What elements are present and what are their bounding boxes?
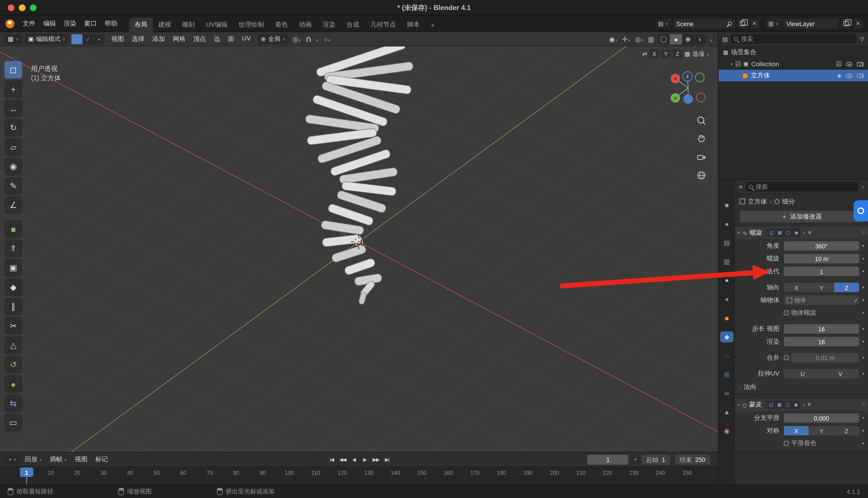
measure-tool[interactable]: ∠	[4, 197, 22, 214]
viewlayer-tab[interactable]: ▥	[720, 256, 734, 267]
filter-toggle-icon[interactable]: ≡	[739, 184, 742, 189]
options-dropdown[interactable]: 选项 ∨	[692, 50, 709, 58]
outliner-search-input[interactable]: 搜索	[731, 35, 856, 44]
world-tab[interactable]: ●	[720, 294, 734, 305]
outliner-row-cube[interactable]: › 立方体 ◆	[718, 70, 868, 81]
modifier-name[interactable]: 蒙皮	[749, 401, 762, 409]
edit-mode-toggle[interactable]: ▦	[775, 401, 783, 409]
workspace-tab-11[interactable]: +	[425, 19, 440, 32]
play-button[interactable]: ▶	[360, 454, 370, 465]
pin-icon[interactable]	[727, 21, 732, 26]
animate-dot[interactable]	[859, 341, 867, 342]
drag-handle-icon[interactable]: ⠿	[861, 402, 865, 408]
menu-2[interactable]: 渲染	[60, 18, 80, 29]
solid-shading-button[interactable]: ●	[670, 34, 682, 44]
modifier-name[interactable]: 螺旋	[750, 228, 762, 237]
viewport-scene[interactable]	[0, 47, 718, 452]
collapse-icon[interactable]: ▾	[738, 403, 740, 407]
eye-icon[interactable]	[846, 74, 853, 78]
axis-y-button[interactable]: Y	[809, 283, 834, 292]
viewport-menu-2[interactable]: 添加	[148, 34, 169, 44]
next-keyframe-button[interactable]: ▶▶	[371, 454, 381, 465]
camera-icon[interactable]	[857, 62, 864, 66]
scene-unlink-button[interactable]: ×	[750, 19, 759, 29]
animate-dot[interactable]	[859, 430, 867, 431]
mode-dropdown[interactable]: ▣ 编辑模式∨	[25, 34, 69, 44]
blender-logo-icon[interactable]	[5, 19, 14, 28]
animate-dot[interactable]	[859, 417, 867, 419]
smooth-tool[interactable]: ●	[4, 375, 22, 393]
wireframe-shading-button[interactable]: ◯	[658, 34, 670, 44]
spin-tool[interactable]: ↺	[4, 356, 22, 374]
breadcrumb-item[interactable]: 细分	[782, 197, 795, 206]
animate-dot[interactable]	[859, 299, 867, 301]
animate-dot[interactable]	[859, 357, 867, 358]
render-tab[interactable]: ●	[720, 219, 734, 230]
snap-magnet-icon[interactable]: U	[305, 35, 312, 43]
workspace-tab-10[interactable]: 脚本	[401, 17, 425, 32]
vertex-select-button[interactable]: ∙	[72, 34, 83, 44]
material-tab[interactable]: ◉	[720, 425, 734, 437]
physics-tab[interactable]: ◎	[720, 369, 734, 380]
animate-dot[interactable]	[859, 373, 867, 375]
timeline-menu-0[interactable]: 回放∨	[21, 454, 46, 465]
iterations-field[interactable]: 1	[784, 267, 859, 276]
cursor-tool[interactable]: +	[4, 80, 22, 98]
mesh-object[interactable]	[305, 47, 413, 305]
eye-icon[interactable]	[846, 62, 853, 66]
workspace-tab-7[interactable]: 渲染	[317, 17, 341, 32]
animate-dot[interactable]	[859, 271, 867, 272]
modifier-extras-dropdown[interactable]: ∨	[802, 403, 805, 407]
outliner-row-scene-collection[interactable]: ▦ 场景集合	[718, 47, 868, 58]
pan-hand-icon[interactable]	[694, 132, 709, 146]
workspace-tab-6[interactable]: 动画	[293, 17, 317, 32]
viewport-menu-5[interactable]: 边	[210, 34, 224, 44]
viewport-menu-1[interactable]: 选择	[128, 34, 148, 44]
smooth-shading-checkbox[interactable]	[784, 441, 789, 446]
drag-handle-icon[interactable]: ⠿	[861, 230, 865, 236]
mirror-x-button[interactable]: X	[650, 49, 659, 58]
workspace-tab-4[interactable]: 纹理绘制	[233, 17, 270, 32]
edit-mode-toggle[interactable]: ▦	[776, 228, 784, 237]
jump-end-button[interactable]: ▶|	[382, 454, 392, 465]
scene-name-field[interactable]: Scene	[673, 19, 735, 29]
modifier-tab[interactable]: ◆	[720, 331, 734, 342]
stretch-v-button[interactable]: V	[821, 369, 859, 378]
modifier-extras-d비ropdown[interactable]: ∨	[803, 230, 806, 235]
viewlayer-browse-button[interactable]: ▥∨	[765, 19, 781, 29]
render-toggle[interactable]: ◉	[792, 228, 801, 237]
scene-copy-button[interactable]	[737, 19, 748, 29]
workspace-tab-5[interactable]: 着色	[270, 17, 293, 32]
outliner-row-collection[interactable]: ▾ ✓ ▣ Collection ✓	[718, 58, 868, 69]
rendered-shading-button[interactable]: ◐	[694, 34, 706, 44]
proportional-edit-icon[interactable]: ○∨	[323, 35, 332, 43]
collapse-icon[interactable]: ▾	[738, 230, 740, 235]
menu-3[interactable]: 窗口	[80, 18, 101, 29]
axis-x-button[interactable]: X	[784, 283, 809, 292]
output-tab[interactable]: ▤	[720, 237, 734, 248]
xray-toggle[interactable]: ▥	[647, 35, 656, 43]
symmetry-x-button[interactable]: X	[784, 426, 809, 435]
annotate-tool[interactable]: ✎	[4, 177, 22, 195]
timeline-ruler[interactable]: 1020304050607080901001101201301401501601…	[0, 467, 718, 485]
branch-smoothing-field[interactable]: 0.000	[784, 414, 859, 423]
object-tab[interactable]: ■	[720, 313, 734, 324]
menu-0[interactable]: 文件	[19, 18, 39, 29]
camera-view-icon[interactable]	[694, 150, 709, 165]
editor-type-button[interactable]: ▦∨	[4, 34, 22, 44]
symmetry-z-button[interactable]: Z	[834, 426, 859, 435]
inset-faces-tool[interactable]: ▣	[4, 259, 22, 277]
steps-viewport-field[interactable]: 16	[784, 324, 859, 333]
camera-icon[interactable]	[857, 74, 864, 78]
realtime-toggle[interactable]: ▢	[784, 228, 792, 237]
filter-icon[interactable]: ▽	[860, 36, 864, 42]
loop-cut-tool[interactable]: ∥	[4, 298, 22, 316]
screw-modifier-header[interactable]: ▾ ∿ 螺旋 ◱ ▦ ▢ ◉ ∨ × ⠿	[735, 226, 868, 239]
on-cage-toggle[interactable]: ◱	[767, 401, 775, 409]
current-frame-field[interactable]: 1	[587, 455, 629, 465]
workspace-tab-3[interactable]: UV编辑	[200, 17, 233, 32]
animate-dot[interactable]	[859, 287, 867, 288]
animate-dot[interactable]	[859, 312, 867, 314]
menu-1[interactable]: 编辑	[39, 18, 60, 29]
animate-dot[interactable]	[859, 245, 867, 247]
